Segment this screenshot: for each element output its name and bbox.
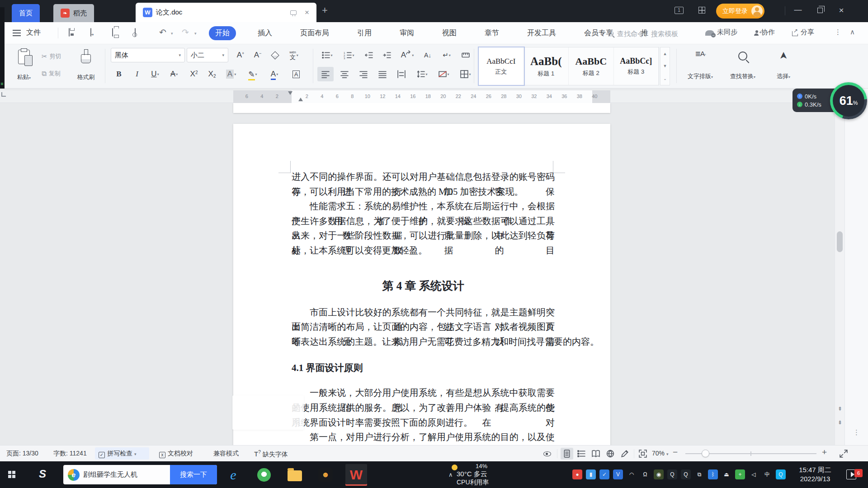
align-right-icon[interactable] [355,67,372,81]
doc-line[interactable]: 是使用系统提供的服务。所以，为了改善用户体验，提高系统的使用率，在对 [292,400,555,415]
cast-icon[interactable] [290,10,297,15]
s-app-icon[interactable]: S [39,468,46,480]
tab-document[interactable]: W 论文.doc × [136,3,316,22]
eye-protect-icon[interactable] [541,448,553,460]
shading-icon[interactable]: ▾ [434,67,454,81]
weather-text[interactable]: 30°C 多云 [457,470,487,479]
black-app-icon[interactable]: ☻ [315,464,336,486]
share-button[interactable]: 分享 [792,28,814,37]
previous-page-button[interactable]: ⇞ [836,405,844,413]
document-text[interactable]: 进入不同的操作界面。还可以对用户基础信息包括登录的账号密码等进行加密保存，可以利… [292,169,555,445]
search-go-button[interactable]: 搜索一下 [170,465,217,484]
tray-icon[interactable]: 中 [762,469,772,479]
menu-tab[interactable]: 视图 [436,26,463,40]
select-button[interactable]: ➤ 选择▾ [768,48,799,84]
decrease-font-icon[interactable]: A− [250,48,266,62]
next-page-button[interactable]: ⇟ [836,418,844,427]
tray-icon[interactable]: ◁ [749,469,759,479]
spellcheck-button[interactable]: ✓拼写检查 ▾ [99,450,136,458]
tab-close-icon[interactable]: × [305,8,309,17]
copy-button[interactable]: ⧉复制 [42,70,61,78]
doc-line[interactable]: 晰表达出系统的主题。让来访用户无需花费过多精力和时间找寻需要的内容。 [292,334,555,349]
undo-dropdown-icon[interactable]: ▾ [171,31,173,36]
tray-icon[interactable]: Ω [640,469,650,479]
word-count[interactable]: 字数: 11241 [53,450,87,458]
rail-more-icon[interactable]: ⋮ [845,428,868,436]
tray-expand-icon[interactable]: ∧ [448,471,453,478]
menu-tab[interactable]: 页面布局 [294,26,335,40]
first-line-indent-marker[interactable] [288,91,292,95]
justify-icon[interactable] [374,67,391,81]
superscript-icon[interactable]: X2 [186,67,202,81]
char-shading-icon[interactable]: A▾ [223,67,239,81]
menu-tab[interactable]: 开始 [209,26,236,40]
sort-icon[interactable]: A↓ [420,48,436,62]
export-icon[interactable] [90,28,100,38]
undo-icon[interactable]: ↶ [159,27,166,38]
increase-font-icon[interactable]: A+ [232,48,249,62]
tray-icon[interactable]: ◠ [627,469,637,479]
font-size-select[interactable]: 小二▾ [187,48,228,62]
taskbar-clock[interactable]: 15:47 周二 2022/9/13 [790,465,840,483]
strikethrough-icon[interactable]: A▾ [166,67,182,81]
align-left-icon[interactable] [317,67,334,81]
menu-tab[interactable]: 章节 [478,26,505,40]
outline-view-icon[interactable] [575,448,588,460]
menu-tab[interactable]: 审阅 [393,26,420,40]
menu-overflow-icon[interactable]: › [596,29,598,36]
hanging-indent-marker[interactable] [298,98,303,101]
save-icon[interactable] [69,28,79,38]
doc-line[interactable]: 面简洁清晰的布局，让页面的内容，包括文字语言，或者视频图片等元素可以清 [292,319,555,334]
proofread-button[interactable]: x文档校对 [159,450,193,458]
subscript-icon[interactable]: X2 [204,67,220,81]
tab-docer[interactable]: ❧ 稻壳 [53,4,94,22]
ink-view-icon[interactable] [618,448,631,460]
close-button[interactable]: × [835,5,847,15]
underline-icon[interactable]: U▾ [147,67,163,81]
tab-home[interactable]: 首页 [12,4,40,22]
missing-fonts-button[interactable]: T? 缺失字体 [254,450,288,459]
ie-browser-icon[interactable]: e [222,464,244,486]
tray-icon[interactable]: ᛒ [708,469,718,479]
style-item[interactable]: AaBbCc] 标题 3 [614,47,659,85]
fullscreen-icon[interactable] [837,448,850,460]
vertical-scrollbar[interactable]: ⇞ ⇟ [835,103,844,445]
collapse-ribbon-icon[interactable]: ∧ [850,28,855,36]
show-marks-icon[interactable]: ↵▾ [437,48,457,62]
char-width-icon[interactable] [458,48,474,62]
hamburger-icon[interactable] [13,30,21,36]
font-name-select[interactable]: 黑体▾ [111,48,185,62]
window-mode-icon[interactable]: 1 [675,7,684,14]
line-spacing-icon[interactable]: ▾ [412,67,432,81]
doc-line[interactable]: 第一点，对用户进行分析，了解用户使用系统的目的，以及使用系统的方式， [292,430,555,445]
more-menu-icon[interactable]: ⋮ [835,28,841,36]
cut-button[interactable]: ✂剪切 [42,52,61,61]
command-search[interactable] [608,27,698,40]
redo-icon[interactable]: ↷ [182,27,189,38]
print-preview-icon[interactable] [135,28,145,38]
doc-line[interactable]: 进入不同的操作界面。还可以对用户基础信息包括登录的账号密码等进行加密保 [292,169,555,184]
minimize-button[interactable]: — [792,5,804,14]
bold-icon[interactable]: B [111,67,127,81]
italic-icon[interactable]: I [129,67,145,81]
tray-icon[interactable]: Q [667,469,677,479]
align-center-icon[interactable] [336,67,353,81]
search-input[interactable] [617,30,689,38]
read-view-icon[interactable] [590,448,602,460]
style-gallery-scroll[interactable]: ▲▼⌄ [660,47,670,85]
tray-icon[interactable]: ✓ [599,469,609,479]
format-painter-button[interactable]: 格式刷 [71,47,100,85]
char-border-icon[interactable]: A [288,67,304,81]
bullet-list-icon[interactable]: ▾ [317,48,337,62]
pinyin-guide-icon[interactable]: wén文▾ [284,48,304,62]
tray-icon[interactable]: ◉ [654,469,664,479]
doc-line[interactable]: 出来，对于一些阶段性数据，可以进行批量删除，以此达到轻负荷处理数据的目 [292,228,555,243]
new-tab-button[interactable]: + [322,5,328,15]
app-grid-icon[interactable] [698,7,705,14]
zoom-in-button[interactable]: + [822,447,827,457]
numbered-list-icon[interactable]: 123▾ [339,48,359,62]
borders-icon[interactable]: ▾ [456,67,476,81]
decrease-indent-icon[interactable] [361,48,377,62]
increase-indent-icon[interactable] [379,48,395,62]
highlight-icon[interactable]: ✎▾ [245,67,261,81]
